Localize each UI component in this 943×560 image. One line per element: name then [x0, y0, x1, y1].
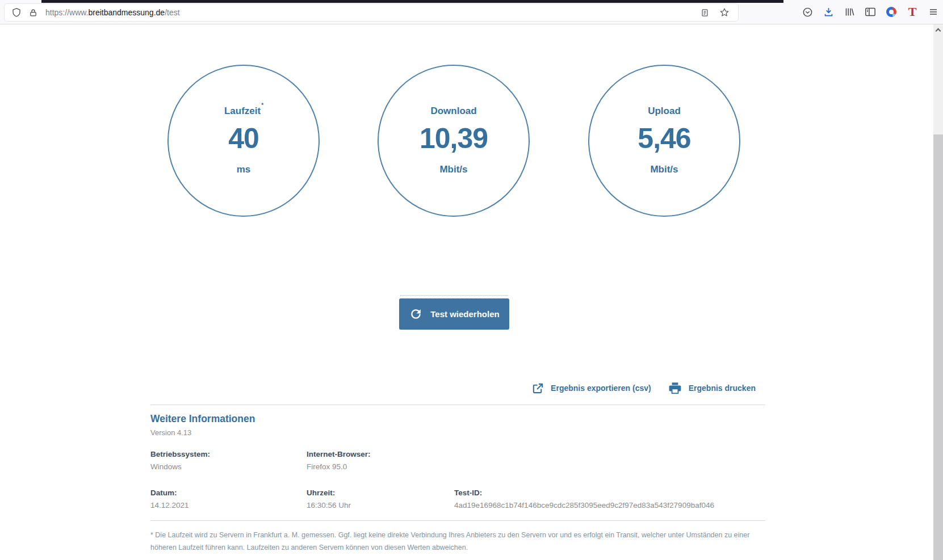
info-label-internet-browser: Internet-Browser:	[307, 450, 371, 458]
test-wiederholen-button[interactable]: Test wiederholen	[399, 298, 509, 330]
info-value-datum: 14.12.2021	[150, 501, 189, 510]
info-heading: Weitere Informationen	[150, 413, 255, 425]
export-icon	[531, 382, 545, 395]
export-csv-link[interactable]: Ergebnis exportieren (csv)	[531, 382, 651, 395]
scroll-up-button[interactable]	[933, 24, 943, 35]
footnote-text: * Die Laufzeit wird zu Servern in Frankf…	[150, 529, 768, 554]
card-label: Upload	[589, 102, 739, 117]
card-value: 10,39	[379, 122, 529, 155]
scrollbar[interactable]	[933, 24, 943, 560]
url-text[interactable]: https://www.breitbandmessung.de/test	[45, 8, 180, 17]
result-card-laufzeit: Laufzeit* 40 ms	[167, 65, 320, 217]
download-icon	[823, 7, 834, 18]
url-scheme: https://www.	[45, 8, 88, 17]
card-unit: Mbit/s	[379, 164, 529, 175]
window-top-edge	[41, 0, 783, 3]
info-label-datum: Datum:	[150, 489, 177, 497]
url-bar[interactable]: https://www.breitbandmessung.de/test	[5, 4, 738, 21]
url-path: /test	[165, 8, 179, 17]
hamburger-icon	[928, 7, 938, 16]
button-label: Test wiederholen	[430, 309, 499, 319]
info-label-uhrzeit: Uhrzeit:	[307, 489, 335, 497]
info-label-betriebssystem: Betriebssystem:	[150, 450, 210, 458]
printer-icon	[667, 381, 683, 395]
export-label: Ergebnis exportieren (csv)	[551, 384, 651, 393]
info-value-internet-browser: Firefox 95.0	[307, 462, 347, 471]
page-content: Laufzeit* 40 ms Download 10,39 Mbit/s Up…	[0, 25, 933, 560]
info-value-uhrzeit: 16:30:56 Uhr	[307, 501, 351, 510]
lock-icon[interactable]	[29, 8, 37, 18]
info-label-test-id: Test-ID:	[454, 489, 482, 497]
section-divider	[150, 520, 765, 521]
card-unit: Mbit/s	[589, 164, 739, 175]
card-value: 40	[169, 122, 318, 155]
t-extension-icon: T	[908, 6, 917, 18]
footnote-asterisk: *	[261, 102, 263, 108]
button-focus-outline	[400, 295, 508, 296]
card-unit: ms	[169, 164, 318, 175]
pocket-button[interactable]	[802, 6, 813, 18]
toolbar-actions: T	[802, 0, 939, 24]
chevron-up-icon	[936, 28, 941, 33]
pocket-icon	[802, 7, 813, 18]
info-value-betriebssystem: Windows	[150, 462, 182, 471]
menu-button[interactable]	[928, 6, 939, 18]
reader-mode-icon[interactable]	[699, 7, 710, 18]
library-icon	[844, 7, 855, 17]
sidebar-button[interactable]	[865, 6, 876, 18]
shield-icon[interactable]	[11, 7, 22, 18]
url-host: breitbandmessung.de	[88, 8, 165, 17]
bookmark-star-icon[interactable]	[719, 7, 730, 18]
print-label: Ergebnis drucken	[689, 384, 756, 393]
donut-extension-icon	[886, 7, 896, 17]
result-card-upload: Upload 5,46 Mbit/s	[588, 65, 740, 217]
scrollbar-thumb[interactable]	[933, 134, 943, 560]
result-card-download: Download 10,39 Mbit/s	[378, 65, 530, 217]
print-link[interactable]: Ergebnis drucken	[667, 381, 756, 395]
card-label: Download	[379, 102, 529, 117]
result-actions: Ergebnis exportieren (csv) Ergebnis druc…	[531, 381, 756, 395]
extension-t-button[interactable]: T	[907, 6, 918, 18]
library-button[interactable]	[844, 6, 855, 18]
extension-donut-button[interactable]	[886, 6, 897, 18]
downloads-button[interactable]	[823, 6, 834, 18]
version-text: Version 4.13	[150, 428, 191, 437]
browser-toolbar: https://www.breitbandmessung.de/test	[0, 0, 943, 24]
refresh-icon	[409, 307, 423, 321]
info-value-test-id: 4ad19e16968c1b74f146bce9cdc285f3095eed9c…	[454, 501, 714, 510]
section-divider	[150, 405, 765, 405]
browser-window: https://www.breitbandmessung.de/test	[0, 0, 943, 560]
card-label: Laufzeit*	[169, 102, 318, 117]
card-value: 5,46	[589, 122, 739, 155]
sidebar-icon	[865, 7, 876, 17]
